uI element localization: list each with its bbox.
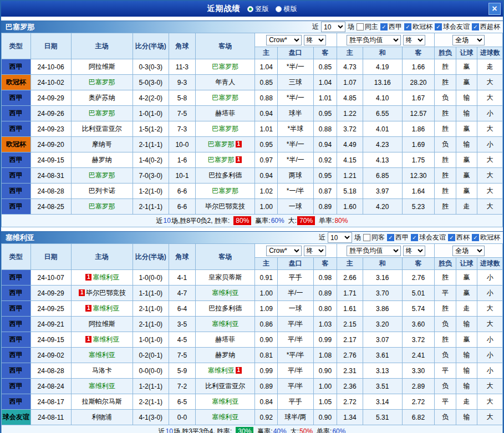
checkbox-icon[interactable] [411, 234, 418, 241]
team-section-sevilla: 塞维利亚 近 10 场 同客 西甲 球会友谊 [1, 231, 503, 433]
match-row: 西甲 24-09-23 比利亚雷亚尔 1-5(1-2) 7-3 巴塞罗那 1.0… [2, 121, 503, 137]
europe-odds-select[interactable]: 胜平负均值 [347, 35, 401, 45]
match-row: 西甲 24-09-29 1毕尔巴鄂竞技 1-1(1-0) 4-7 塞维利亚 1.… [2, 286, 503, 301]
red-card-badge: 1 [79, 289, 85, 296]
close-button[interactable]: × [488, 3, 501, 15]
odds-company-select[interactable]: Crow* [266, 35, 302, 45]
odds-away: 1.08 [313, 348, 337, 363]
score: 1-0(0-0) [133, 270, 169, 286]
odds-away: 0.80 [313, 301, 337, 317]
odds-away: 0.88 [313, 121, 337, 137]
filter-checkbox-3[interactable]: 西杯 [448, 233, 470, 242]
match-date: 24-09-29 [30, 90, 71, 106]
odds-lose: 12.57 [402, 106, 435, 121]
score: 7-0(3-0) [133, 168, 169, 184]
checkbox-icon[interactable] [472, 23, 479, 30]
away-team: 赫罗纳 [196, 348, 255, 363]
odds-home: 0.86 [255, 317, 277, 332]
odds-time-select[interactable]: 终 [304, 246, 326, 256]
handicap-result: 输 [456, 90, 477, 106]
europe-time-select[interactable]: 终 [403, 246, 425, 256]
filter-checkbox-4[interactable]: 西超杯 [472, 22, 500, 32]
filter-checkbox-1[interactable]: 西甲 [380, 22, 402, 32]
odds-away: 1.05 [313, 394, 337, 410]
match-row: 西甲 24-08-17 拉斯帕尔马斯 2-2(1-1) 6-5 塞维利亚 0.8… [2, 394, 503, 410]
radio-icon[interactable] [276, 6, 282, 12]
team-label: 巴塞罗那 [208, 140, 235, 148]
team-label: 奥萨苏纳 [89, 94, 115, 101]
layout-radio-horizontal[interactable]: 横版 [276, 4, 297, 14]
team-name: 巴塞罗那 [1, 22, 34, 32]
checkbox-label: 西杯 [456, 233, 470, 242]
odds-home: 1.09 [255, 301, 277, 317]
checkbox-icon[interactable] [363, 234, 370, 241]
odds-away: 0.85 [313, 59, 337, 75]
home-team: 1塞维利亚 [71, 270, 133, 286]
match-type: 西甲 [2, 106, 31, 121]
match-date: 24-08-31 [30, 168, 71, 184]
europe-odds-select[interactable]: 胜平负均值 [347, 246, 401, 256]
europe-time-select[interactable]: 终 [403, 35, 425, 45]
checkbox-icon[interactable] [380, 23, 388, 30]
handicap: 平/半 [277, 363, 313, 379]
handicap: 两球 [277, 168, 313, 184]
odds-away: 0.92 [313, 152, 337, 168]
team-label: 巴列卡诺 [89, 187, 115, 195]
match-row: 欧冠杯 24-09-20 摩纳哥 2-1(1-1) 10-0 巴塞罗那1 0.9… [2, 137, 503, 152]
filter-checkbox-1[interactable]: 西甲 [387, 233, 409, 242]
match-count-select[interactable]: 10 [321, 22, 345, 32]
team-label: 塞维利亚 [212, 320, 238, 328]
checkbox-icon[interactable] [435, 23, 442, 30]
checkbox-icon[interactable] [448, 234, 455, 241]
checkbox-label: 西超杯 [480, 22, 500, 32]
odds-lose: 3.72 [402, 332, 435, 348]
scope-select[interactable]: 全场 [452, 35, 485, 45]
checkbox-icon[interactable] [472, 234, 479, 241]
handicap: *半/一 [277, 59, 313, 75]
checkbox-icon[interactable] [387, 234, 394, 241]
layout-radio-vertical[interactable]: 竖版 [247, 4, 269, 14]
filter-checkbox-2[interactable]: 球会友谊 [411, 233, 446, 242]
radio-icon[interactable] [247, 6, 253, 12]
filter-checkbox-0[interactable]: 同主 [357, 22, 378, 32]
result: 平 [435, 394, 456, 410]
away-team: 巴塞罗那 [196, 90, 255, 106]
filter-checkbox-0[interactable]: 同客 [363, 233, 385, 242]
handicap: *半球 [277, 121, 313, 137]
team-label: 巴拉多利德 [208, 171, 242, 179]
win-rate-badge: 80% [233, 216, 251, 225]
team-label: 巴塞罗那 [212, 63, 238, 70]
filter-checkbox-3[interactable]: 球会友谊 [435, 22, 470, 32]
odds-win: 2.15 [337, 317, 363, 332]
odds-lose: 12.30 [402, 168, 435, 184]
odds-lose: 5.23 [402, 199, 435, 215]
scope-controls: 全场 [435, 244, 503, 258]
odds-home: 0.95 [255, 137, 277, 152]
odds-away: 1.04 [313, 75, 337, 90]
checkbox-icon[interactable] [357, 23, 364, 30]
filter-checkbox-4[interactable]: 欧冠杯 [472, 233, 500, 242]
team-label: 比利亚雷亚尔 [82, 125, 122, 133]
goals-result: 大 [477, 168, 503, 184]
filter-checkbox-2[interactable]: 欧冠杯 [404, 22, 432, 32]
score: 0-2(0-1) [133, 348, 169, 363]
away-team: 巴拉多利德 [196, 301, 255, 317]
home-team: 阿拉维斯 [71, 317, 133, 332]
corners: 7-5 [169, 106, 196, 121]
handicap-result: 输 [456, 410, 477, 425]
odds-time-select[interactable]: 终 [304, 35, 326, 45]
odds-win: 4.85 [337, 90, 363, 106]
corners: 7-2 [169, 379, 196, 394]
result: 胜 [435, 168, 456, 184]
handicap: 平手 [277, 270, 313, 286]
team-label: 塞维利亚 [89, 382, 115, 390]
scope-select[interactable]: 全场 [452, 246, 485, 256]
match-count-select[interactable]: 10 [328, 232, 352, 243]
handicap: 平手 [277, 394, 313, 410]
checkbox-icon[interactable] [404, 23, 411, 30]
match-row: 西甲 24-10-06 阿拉维斯 0-3(0-3) 11-3 巴塞罗那 1.04… [2, 59, 503, 75]
team-label: 塞维利亚 [212, 413, 238, 421]
odds-company-select[interactable]: Crow* [266, 246, 302, 256]
match-type: 西甲 [2, 90, 31, 106]
handicap-controls: Crow* 终 [255, 33, 337, 47]
